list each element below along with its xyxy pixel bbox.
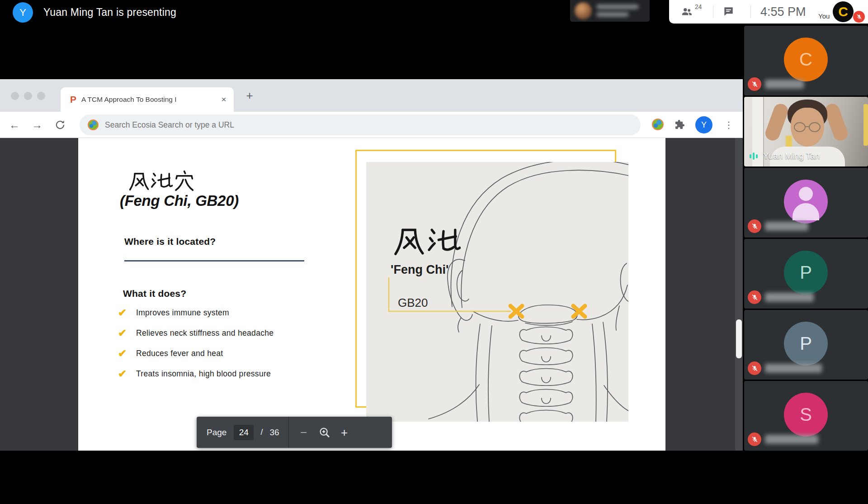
browser-menu-button[interactable]: ⋮ (723, 117, 734, 133)
participant-filmstrip: C (744, 26, 868, 452)
benefit-item: ✔ Improves immune system (118, 306, 229, 319)
chinese-characters-art (127, 170, 196, 193)
check-icon: ✔ (118, 347, 136, 360)
page-label: Page (207, 428, 226, 437)
clock: 4:55 PM (760, 0, 806, 24)
ecosia-extension-button[interactable] (652, 119, 664, 130)
participant-preview-thumbnail[interactable] (570, 0, 650, 22)
participant-tile[interactable]: P (744, 239, 868, 309)
participants-button[interactable] (681, 6, 693, 18)
participant-avatar: C (784, 38, 828, 81)
address-input[interactable] (105, 114, 602, 135)
browser-profile-button[interactable]: Y (695, 116, 712, 133)
participant-name: Yuan Ming Tan (763, 151, 820, 161)
divider (713, 5, 713, 18)
anatomy-diagram: 风池 (366, 162, 628, 422)
participant-avatar: P (784, 251, 828, 295)
background-object (863, 104, 868, 146)
benefit-item: ✔ Relieves neck stiffness and headache (118, 327, 274, 339)
blurred-text-line (596, 5, 639, 9)
mic-off-icon (751, 365, 759, 372)
blurred-participant-name (765, 222, 808, 231)
benefit-text: Treats insomnia, high blood pressure (136, 369, 271, 379)
reload-icon (54, 119, 66, 131)
diagram-label-chinese (396, 230, 460, 254)
self-avatar[interactable]: C (833, 1, 854, 22)
meet-top-bar: Y Yuan Ming Tan is presenting 24 4:55 PM (0, 0, 868, 25)
tab-close-button[interactable]: × (219, 87, 228, 112)
participant-avatar-silhouette (784, 180, 828, 223)
glasses-bridge (805, 126, 809, 127)
check-icon: ✔ (118, 368, 136, 380)
silhouette-body (793, 203, 819, 220)
window-minimize-button[interactable] (24, 92, 32, 100)
people-icon (681, 6, 693, 18)
presenter-avatar: Y (13, 2, 33, 23)
mic-off-icon (751, 223, 759, 230)
address-bar[interactable] (80, 114, 641, 135)
mic-off-icon (751, 294, 759, 301)
underline-rule (124, 260, 304, 262)
meet-control-panel: 24 4:55 PM You C (669, 0, 868, 24)
ecosia-search-icon (88, 119, 99, 130)
person-face (791, 108, 824, 147)
chat-button[interactable] (722, 6, 734, 18)
mic-off-icon (856, 14, 863, 20)
speaking-indicator-icon (748, 150, 760, 162)
benefit-text: Relieves neck stiffness and headache (136, 328, 274, 338)
powerpoint-file-icon: P (68, 94, 79, 105)
benefit-item: ✔ Treats insomnia, high blood pressure (118, 367, 271, 380)
window-zoom-button[interactable] (37, 92, 45, 100)
scrollbar-thumb[interactable] (736, 319, 742, 358)
silhouette-head (799, 187, 813, 201)
question-function: What it does? (123, 288, 186, 299)
person-arm (823, 102, 850, 143)
zoom-tool-button[interactable] (318, 426, 331, 439)
blurred-participant-name (765, 80, 804, 89)
glasses-lens (809, 122, 821, 132)
zoom-in-button[interactable]: + (337, 423, 352, 442)
slide-title-chinese: 风池穴 (127, 170, 196, 193)
you-label: You (818, 12, 830, 20)
muted-mic-badge (748, 433, 761, 446)
participant-tile[interactable]: S (744, 381, 868, 451)
new-tab-button[interactable]: + (242, 86, 257, 105)
back-button[interactable]: ← (7, 118, 22, 132)
muted-mic-badge (748, 219, 761, 233)
divider (288, 417, 289, 448)
participant-tile[interactable]: C (744, 26, 868, 95)
presenting-banner: Yuan Ming Tan is presenting (43, 0, 176, 25)
participant-tile[interactable] (744, 168, 868, 238)
scrollbar-track[interactable] (735, 138, 743, 451)
participant-count: 24 (695, 3, 702, 10)
browser-toolbar: ← → Y ⋮ (0, 112, 743, 138)
zoom-out-button[interactable]: − (296, 423, 311, 442)
participant-tile[interactable]: P (744, 310, 868, 380)
page-separator: / (260, 428, 263, 437)
forward-button[interactable]: → (30, 118, 44, 132)
muted-mic-badge (748, 77, 761, 91)
pdf-viewer: 风池穴 (Feng Chi, GB20) Where is it located… (0, 138, 743, 451)
participant-tile-video[interactable]: Yuan Ming Tan (744, 97, 868, 166)
divider (750, 5, 751, 18)
page-number-input[interactable] (234, 425, 254, 440)
browser-tab[interactable]: P A TCM Approach To Boosting I × (61, 87, 234, 112)
question-location: Where is it located? (124, 236, 216, 247)
extensions-button[interactable] (675, 119, 685, 130)
magnifier-plus-icon (318, 426, 331, 439)
muted-mic-badge (748, 361, 761, 375)
blurred-participant-name (765, 364, 822, 373)
acupoint-marker-left (510, 306, 522, 317)
blurred-participant-name (765, 293, 814, 302)
self-muted-badge (853, 11, 865, 23)
chat-icon (722, 6, 734, 18)
slide-page: 风池穴 (Feng Chi, GB20) Where is it located… (78, 138, 665, 451)
muted-mic-badge (748, 290, 761, 304)
puzzle-icon (675, 119, 685, 130)
benefit-text: Improves immune system (136, 308, 229, 318)
window-close-button[interactable] (11, 92, 19, 100)
reload-button[interactable] (54, 119, 66, 131)
slide-title-latin: (Feng Chi, GB20) (120, 192, 239, 209)
participant-avatar: S (784, 393, 828, 437)
mic-off-icon (751, 81, 759, 88)
